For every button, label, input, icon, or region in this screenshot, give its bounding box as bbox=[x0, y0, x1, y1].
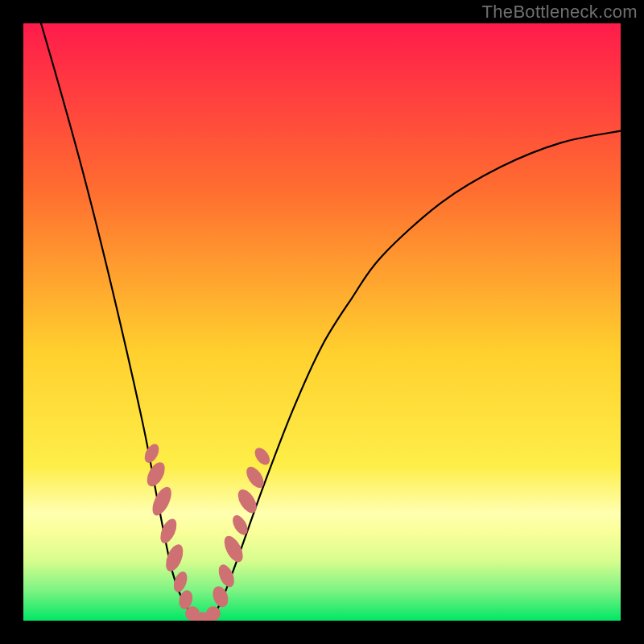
chart-svg bbox=[23, 23, 621, 621]
svg-point-14 bbox=[229, 513, 250, 538]
svg-point-2 bbox=[143, 460, 168, 489]
svg-point-4 bbox=[157, 516, 180, 545]
svg-point-15 bbox=[234, 486, 260, 516]
svg-point-1 bbox=[142, 442, 162, 465]
svg-point-13 bbox=[221, 533, 246, 565]
svg-point-11 bbox=[210, 584, 231, 609]
watermark-text: TheBottleneck.com bbox=[482, 2, 638, 23]
data-blobs bbox=[142, 442, 273, 621]
svg-point-6 bbox=[171, 570, 190, 594]
plot-area bbox=[23, 23, 621, 621]
bottleneck-curve bbox=[23, 23, 621, 621]
svg-point-3 bbox=[149, 484, 175, 518]
svg-point-17 bbox=[252, 445, 273, 468]
